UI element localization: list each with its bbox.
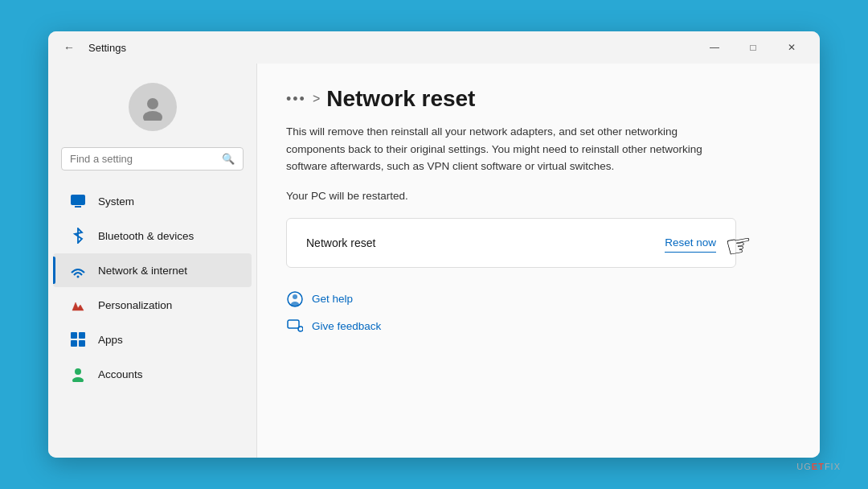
sidebar-item-accounts-label: Accounts <box>98 368 143 380</box>
svg-point-4 <box>77 276 80 278</box>
sidebar-item-bluetooth[interactable]: Bluetooth & devices <box>53 219 252 253</box>
avatar <box>129 83 177 131</box>
content-area: 🔍 System Bluetooth & devices <box>48 64 820 458</box>
give-feedback-link[interactable]: Give feedback <box>286 318 791 335</box>
search-icon: 🔍 <box>222 153 235 165</box>
footer-links: Get help Give feedback <box>286 290 791 335</box>
search-box[interactable]: 🔍 <box>61 147 244 171</box>
titlebar-left: ← Settings <box>58 36 126 59</box>
page-title: Network reset <box>326 86 475 112</box>
get-help-icon <box>286 290 304 308</box>
minimize-button[interactable]: — <box>696 35 733 60</box>
sidebar-item-personalization-label: Personalization <box>98 299 172 311</box>
svg-rect-6 <box>79 332 85 339</box>
sidebar-item-network[interactable]: Network & internet <box>53 253 252 287</box>
network-icon <box>69 261 87 279</box>
svg-point-13 <box>291 302 299 306</box>
svg-point-1 <box>143 111 162 121</box>
get-help-label: Get help <box>312 293 353 305</box>
nav-items: System Bluetooth & devices <box>48 183 256 458</box>
window-controls: — □ ✕ <box>696 35 810 60</box>
svg-point-10 <box>72 377 84 382</box>
sidebar-item-network-label: Network & internet <box>98 265 187 277</box>
avatar-section <box>48 70 256 147</box>
titlebar: ← Settings — □ ✕ <box>48 31 820 64</box>
svg-rect-7 <box>71 340 77 347</box>
svg-rect-14 <box>288 320 299 328</box>
main-content: ••• > Network reset This will remove the… <box>257 64 820 458</box>
description-text: This will remove then reinstall all your… <box>286 123 736 175</box>
sidebar-item-personalization[interactable]: Personalization <box>53 288 252 322</box>
apps-icon <box>69 331 87 348</box>
svg-point-12 <box>293 294 297 299</box>
sidebar-item-system[interactable]: System <box>53 184 252 218</box>
sidebar-item-bluetooth-label: Bluetooth & devices <box>98 230 194 242</box>
give-feedback-icon <box>286 318 304 335</box>
svg-rect-3 <box>75 206 81 208</box>
svg-point-9 <box>75 368 81 375</box>
watermark: UGETFIX <box>796 462 841 471</box>
sidebar-item-apps-label: Apps <box>98 334 123 346</box>
window-title: Settings <box>88 42 126 54</box>
search-input[interactable] <box>70 153 217 165</box>
accounts-icon <box>69 365 87 383</box>
close-button[interactable]: ✕ <box>773 35 810 60</box>
give-feedback-label: Give feedback <box>312 320 381 332</box>
breadcrumb-dots: ••• <box>286 91 306 108</box>
system-icon <box>69 192 87 210</box>
maximize-button[interactable]: □ <box>735 35 772 60</box>
svg-rect-5 <box>71 332 77 339</box>
personalization-icon <box>69 296 87 314</box>
restart-note: Your PC will be restarted. <box>286 190 791 202</box>
sidebar: 🔍 System Bluetooth & devices <box>48 64 257 458</box>
reset-card: Network reset Reset now <box>286 218 736 268</box>
sidebar-item-apps[interactable]: Apps <box>53 323 252 356</box>
svg-rect-8 <box>79 340 85 347</box>
bluetooth-icon <box>69 227 87 244</box>
svg-point-15 <box>298 327 303 331</box>
get-help-link[interactable]: Get help <box>286 290 791 308</box>
reset-now-button[interactable]: Reset now <box>665 233 716 253</box>
svg-rect-2 <box>71 195 85 205</box>
back-button[interactable]: ← <box>58 36 80 59</box>
sidebar-item-system-label: System <box>98 195 134 208</box>
sidebar-item-accounts[interactable]: Accounts <box>53 357 252 391</box>
svg-point-0 <box>147 98 158 109</box>
reset-card-label: Network reset <box>306 236 375 249</box>
breadcrumb: ••• > Network reset <box>286 86 791 112</box>
settings-window: ← Settings — □ ✕ 🔍 <box>48 31 820 458</box>
breadcrumb-separator: > <box>313 92 320 106</box>
